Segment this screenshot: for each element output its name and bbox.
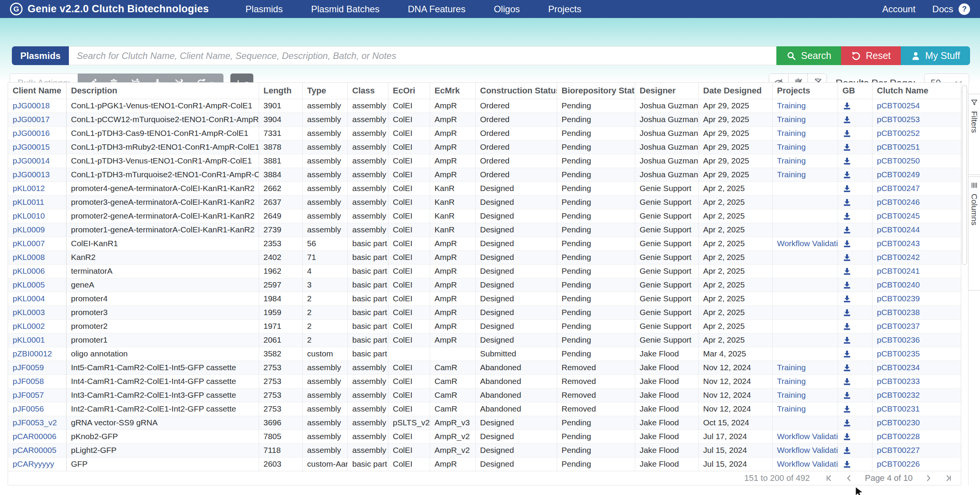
projects-cell[interactable]: Training	[772, 361, 838, 374]
clutch-name-link[interactable]: pCBT00247	[877, 184, 920, 193]
gb-download-link[interactable]	[843, 308, 867, 317]
tab-filters[interactable]: Filters	[968, 94, 980, 175]
gb-cell[interactable]	[838, 374, 872, 388]
clutch-name-link[interactable]: pCBT00234	[877, 363, 920, 372]
projects-cell[interactable]: Training	[772, 388, 838, 402]
clutch-name-link[interactable]: pCBT00254	[877, 101, 920, 110]
projects-cell[interactable]: Workflow Validation	[772, 430, 838, 443]
gb-download-link[interactable]	[843, 239, 867, 248]
projects-cell[interactable]: Training	[772, 113, 838, 126]
client-name-link[interactable]: pKL0003	[13, 308, 45, 317]
gb-cell[interactable]	[838, 416, 872, 430]
gb-cell[interactable]	[838, 402, 872, 416]
gb-download-link[interactable]	[843, 460, 867, 469]
column-header-projects[interactable]: Projects	[772, 83, 838, 99]
nav-item-oligos[interactable]: Oligos	[494, 4, 520, 15]
gb-cell[interactable]	[838, 99, 872, 113]
client-name-cell[interactable]: pKL0002	[8, 319, 66, 333]
client-name-cell[interactable]: pKL0005	[8, 278, 66, 292]
client-name-link[interactable]: pJG00014	[13, 156, 50, 165]
prev-page-button[interactable]	[845, 474, 853, 482]
clutch-name-cell[interactable]: pCBT00236	[872, 333, 961, 347]
column-header-type[interactable]: Type	[302, 83, 347, 99]
client-name-cell[interactable]: pJG00016	[8, 126, 66, 140]
clutch-name-link[interactable]: pCBT00243	[877, 239, 920, 248]
client-name-link[interactable]: pJF0059	[13, 363, 44, 372]
client-name-link[interactable]: pZBI00012	[13, 349, 52, 358]
column-header-clutch-name[interactable]: Clutch Name	[872, 83, 961, 99]
projects-cell[interactable]: Training	[772, 402, 838, 416]
client-name-link[interactable]: pJF0057	[13, 390, 44, 399]
gb-cell[interactable]	[838, 195, 872, 209]
column-header-gb[interactable]: GB	[838, 83, 872, 99]
gb-cell[interactable]	[838, 113, 872, 126]
projects-cell[interactable]: Training	[772, 154, 838, 168]
first-page-button[interactable]	[825, 474, 833, 482]
clutch-name-link[interactable]: pCBT00241	[877, 266, 920, 275]
clutch-name-link[interactable]: pCBT00239	[877, 294, 920, 303]
projects-cell[interactable]: Training	[772, 168, 838, 181]
clutch-name-cell[interactable]: pCBT00233	[872, 374, 961, 388]
clutch-name-link[interactable]: pCBT00246	[877, 198, 920, 206]
gb-download-link[interactable]	[843, 281, 867, 289]
nav-item-plasmids[interactable]: Plasmids	[246, 4, 283, 15]
client-name-cell[interactable]: pKL0010	[8, 209, 66, 223]
client-name-cell[interactable]: pJG00014	[8, 154, 66, 168]
gb-download-link[interactable]	[843, 405, 867, 413]
gb-cell[interactable]	[838, 237, 872, 250]
project-link[interactable]: Workflow Validation	[777, 446, 838, 454]
gb-download-link[interactable]	[843, 336, 867, 345]
client-name-cell[interactable]: pJG00013	[8, 168, 66, 181]
client-name-cell[interactable]: pJF0056	[8, 402, 66, 416]
client-name-link[interactable]: pKL0005	[13, 280, 45, 289]
clutch-name-cell[interactable]: pCBT00250	[872, 154, 961, 168]
my-stuff-button[interactable]: My Stuff	[901, 46, 970, 65]
nav-item-dna-features[interactable]: DNA Features	[408, 4, 466, 15]
table-scrollbar[interactable]	[962, 85, 967, 265]
column-header-description[interactable]: Description	[66, 83, 259, 99]
gb-download-link[interactable]	[843, 170, 867, 179]
gb-cell[interactable]	[838, 319, 872, 333]
column-header-ecmrk[interactable]: EcMrk	[430, 83, 475, 99]
clutch-name-cell[interactable]: pCBT00230	[872, 416, 961, 430]
gb-cell[interactable]	[838, 140, 872, 154]
gb-cell[interactable]	[838, 168, 872, 181]
project-link[interactable]: Training	[777, 115, 806, 124]
client-name-link[interactable]: pKL0001	[13, 335, 45, 344]
client-name-link[interactable]: pJF0056	[13, 404, 44, 413]
gb-download-link[interactable]	[843, 377, 867, 386]
client-name-cell[interactable]: pJG00018	[8, 99, 66, 113]
gb-cell[interactable]	[838, 223, 872, 237]
clutch-name-link[interactable]: pCBT00244	[877, 225, 920, 234]
project-link[interactable]: Workflow Validation	[777, 239, 838, 248]
clutch-name-link[interactable]: pCBT00250	[877, 156, 920, 165]
projects-cell[interactable]: Workflow Validation	[772, 457, 838, 471]
client-name-cell[interactable]: pKL0008	[8, 250, 66, 264]
column-header-class[interactable]: Class	[347, 83, 388, 99]
gb-download-link[interactable]	[843, 198, 867, 207]
client-name-cell[interactable]: pJF0057	[8, 388, 66, 402]
clutch-name-cell[interactable]: pCBT00237	[872, 319, 961, 333]
project-link[interactable]: Training	[777, 129, 806, 137]
client-name-link[interactable]: pCAR00006	[13, 432, 56, 441]
clutch-name-cell[interactable]: pCBT00234	[872, 361, 961, 374]
projects-cell[interactable]: Training	[772, 99, 838, 113]
client-name-cell[interactable]: pKL0006	[8, 264, 66, 278]
search-button[interactable]: Search	[776, 46, 841, 65]
gb-download-link[interactable]	[843, 391, 867, 400]
client-name-link[interactable]: pJG00018	[13, 101, 50, 110]
clutch-name-cell[interactable]: pCBT00253	[872, 113, 961, 126]
clutch-name-link[interactable]: pCBT00228	[877, 432, 920, 441]
column-header-biorepository-status[interactable]: Biorepository Status	[557, 83, 635, 99]
nav-item-plasmid-batches[interactable]: Plasmid Batches	[311, 4, 380, 15]
clutch-name-cell[interactable]: pCBT00243	[872, 237, 961, 250]
client-name-cell[interactable]: pKL0003	[8, 305, 66, 319]
clutch-name-link[interactable]: pCBT00245	[877, 211, 920, 220]
gb-cell[interactable]	[838, 209, 872, 223]
client-name-cell[interactable]: pKL0009	[8, 223, 66, 237]
clutch-name-link[interactable]: pCBT00249	[877, 170, 920, 179]
gb-download-link[interactable]	[843, 184, 867, 193]
clutch-name-cell[interactable]: pCBT00231	[872, 402, 961, 416]
clutch-name-cell[interactable]: pCBT00235	[872, 347, 961, 361]
gb-cell[interactable]	[838, 126, 872, 140]
